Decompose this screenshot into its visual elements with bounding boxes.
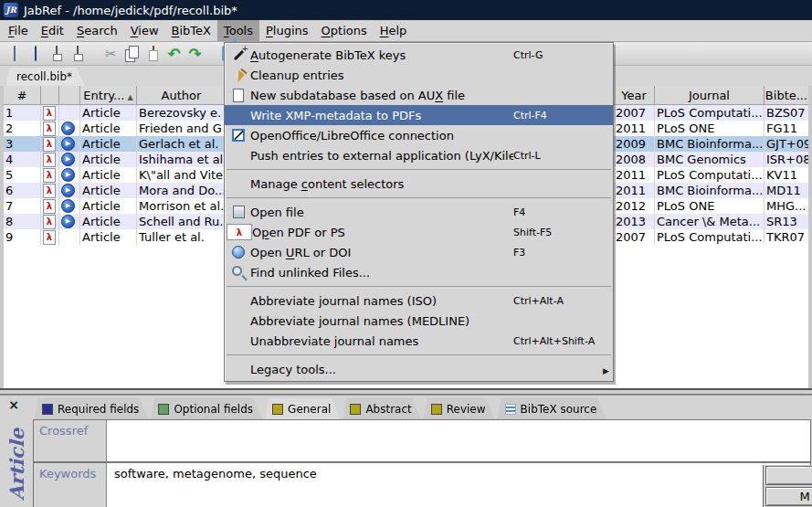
pdf-icon[interactable] [43,215,56,229]
database-tab-label: recoll.bib* [16,70,72,83]
menu-item[interactable]: Manage content selectors [225,174,613,194]
author-cell: Gerlach et al. [137,136,227,152]
pdf-icon[interactable] [43,168,56,183]
column-header-journal[interactable]: Journal [655,86,765,104]
menu-item[interactable]: Autogenerate BibTeX keys Ctrl-G [225,45,613,65]
menubar-item[interactable]: Search [70,20,124,41]
pdf-icon[interactable] [43,153,56,167]
menu-item[interactable]: New subdatabase based on AUX file [225,85,613,105]
menu-item[interactable]: Open PDF or PS Shift-F5 [225,222,613,242]
entry-editor-tab[interactable]: Required fields [35,398,148,419]
url-icon[interactable] [61,137,75,151]
column-header-bibtexkey[interactable]: Bibte... [765,86,808,104]
field-side-button[interactable] [765,466,812,485]
menu-item[interactable]: OpenOffice/LibreOffice connection [225,125,613,145]
toolbar-button[interactable] [46,44,67,64]
entry-editor-tab[interactable]: BibTeX source [498,398,606,419]
row-number-cell: 3 [4,136,41,152]
toolbar-button[interactable] [163,44,185,64]
menu-item-label: Cleanup entries [250,69,513,82]
url-icon[interactable] [61,121,75,135]
journal-cell: BMC Bioinforma... [655,183,765,198]
menu-item[interactable]: Unabbreviate journal names Ctrl+Alt+Shif… [225,331,613,351]
close-entry-editor-button[interactable] [6,397,21,412]
entry-editor-tab[interactable]: Optional fields [151,398,262,419]
pdf-icon[interactable] [43,230,56,245]
menubar-item[interactable]: Options [315,20,374,41]
pdf-icon[interactable] [43,184,56,198]
menubar-item[interactable]: Tools [217,20,259,41]
menu-item-label: Abbreviate journal names (MEDLINE) [250,314,513,328]
toolbar-button[interactable] [25,44,46,64]
menu-item[interactable]: Abbreviate journal names (ISO) Ctrl+Alt-… [225,290,613,311]
column-header-year[interactable]: Year [614,86,655,104]
menu-item[interactable]: Legacy tools... [225,359,613,379]
menu-item[interactable]: Abbreviate journal names (MEDLINE) [225,311,613,331]
menu-item-shortcut: Ctrl-G [513,49,600,61]
save-as-icon [77,47,79,60]
window-border-right [808,86,812,388]
url-icon[interactable] [61,168,75,182]
menu-item[interactable]: Push entries to external application (Ly… [225,145,613,165]
toolbar-button[interactable] [100,44,121,64]
pdf-cell [41,198,59,214]
menu-item[interactable]: Open file F4 [225,202,613,222]
menubar-item[interactable]: File [2,20,35,41]
horizontal-splitter[interactable] [0,388,812,395]
menubar-item[interactable]: Plugins [259,20,315,41]
database-tab-recoll[interactable]: recoll.bib* [5,68,85,86]
field-side-button-m[interactable]: M [765,487,812,506]
url-icon[interactable] [61,215,75,228]
toolbar-button[interactable] [4,44,25,64]
menubar-item[interactable]: Edit [35,20,70,41]
menu-item[interactable] [227,197,611,198]
row-number-cell: 7 [4,198,41,214]
menu-item[interactable] [227,169,611,170]
toolbar-button[interactable] [121,44,142,64]
url-cell [59,183,80,198]
crossref-field[interactable] [107,420,810,461]
pdf-icon[interactable] [43,121,56,136]
menu-item-label: Open URL or DOI [250,246,513,259]
menu-item[interactable]: Find unlinked Files... [225,262,613,282]
url-icon[interactable] [61,153,75,166]
menubar-item[interactable]: View [124,20,165,41]
journal-cell: PLoS ONE [655,198,765,214]
keywords-field[interactable]: software, metagenome, sequence [107,461,810,507]
year-cell: 2009 [614,136,655,152]
url-cell [59,229,80,245]
entry-editor-tab[interactable]: General [265,398,340,419]
pdf-icon[interactable] [43,137,56,152]
url-cell [59,136,80,152]
tab-color-square [158,404,169,415]
menubar-item-label: BibTeX [172,24,211,37]
url-icon[interactable] [61,199,75,213]
column-header-pdf[interactable] [41,86,59,104]
author-cell: K\"all and Vitek [137,167,227,183]
entry-editor-tab[interactable]: Abstract [343,398,420,419]
menubar-item[interactable]: BibTeX [165,20,217,41]
column-header-url[interactable] [59,86,80,104]
menu-item[interactable] [227,354,611,355]
pdf-icon[interactable] [43,199,56,214]
tools-menu-popup: Autogenerate BibTeX keys Ctrl-G Cleanup … [224,42,614,382]
column-header-author[interactable]: Author [137,86,227,104]
entry-editor-tab-label: Optional fields [174,403,253,416]
menu-item[interactable] [227,286,611,287]
toolbar-button[interactable] [185,44,206,64]
menu-item-label: Open file [250,206,513,219]
url-icon[interactable] [61,184,75,197]
toolbar-button[interactable] [67,44,88,64]
menubar-item[interactable]: Help [374,20,414,41]
toolbar-button[interactable] [142,44,163,64]
menu-item[interactable]: Open URL or DOI F3 [225,242,613,262]
menu-item[interactable]: Write XMP-metadata to PDFs Ctrl-F4 [225,105,613,125]
menu-item[interactable]: Cleanup entries [225,65,613,85]
column-header-entrytype[interactable]: Entry... [80,86,137,104]
paste-icon [153,47,154,60]
pdf-icon[interactable] [43,106,56,121]
tab-color-square [350,404,361,415]
author-cell: Tuller et al. [137,229,227,245]
column-header-number[interactable]: # [4,86,41,104]
entry-editor-tab[interactable]: Review [424,398,495,419]
